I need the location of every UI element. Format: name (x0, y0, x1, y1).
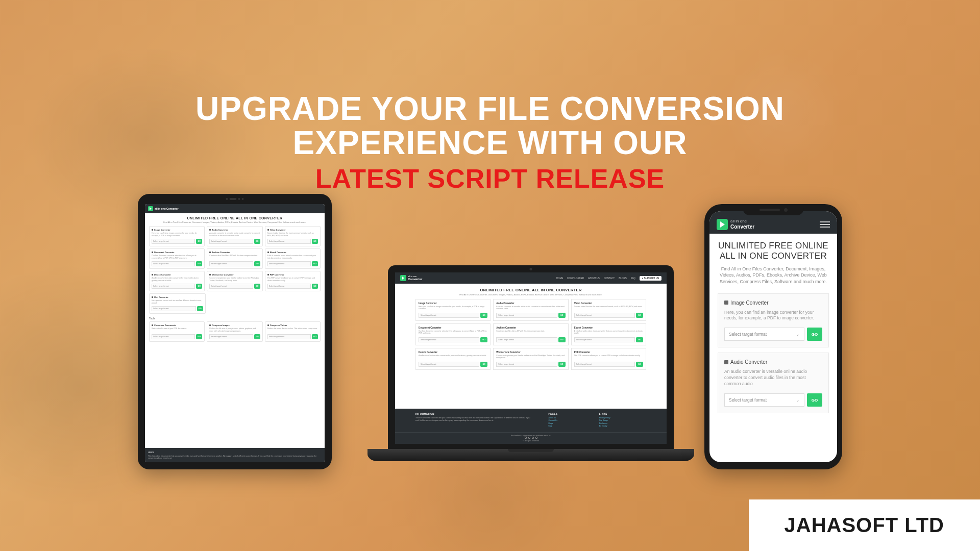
phone-device: all in oneConverter UNLIMITED FREE ONLIN… (704, 204, 842, 469)
card-image: Image Converter Here, you can find an im… (718, 293, 829, 348)
laptop-footer: INFORMATION This free online file conver… (395, 409, 667, 432)
card-compress-vid[interactable]: Compress VideosReduce the video file siz… (265, 321, 321, 342)
nav-faq[interactable]: FAQ (631, 277, 635, 280)
card-audio: Audio Converter An audio converter is ve… (718, 353, 829, 413)
headline-line1: UPGRADE YOUR FILE CONVERSION (133, 92, 847, 126)
laptop-device: all in oneConverter HOME DOWNLOADER ABOU… (368, 265, 694, 461)
nav-blogs[interactable]: BLOGS (619, 277, 627, 280)
nav-contact[interactable]: CONTACT (604, 277, 615, 280)
card-pdf[interactable]: PDF ConverterThis PDF converter allows y… (265, 271, 321, 291)
card-ebook[interactable]: Ebook ConverterA list of versatile onlin… (571, 323, 646, 345)
card-archive[interactable]: Archive ConverterCreate archive files li… (207, 248, 262, 269)
tablet-subtitle: Find All in One Files Converter, Documen… (149, 221, 321, 223)
card-video[interactable]: Video ConverterConvert video files into … (265, 226, 321, 246)
nav-home[interactable]: HOME (556, 277, 564, 280)
nav-downloader[interactable]: DOWNLOADER (567, 277, 584, 280)
card-video[interactable]: Video ConverterConvert video files into … (571, 299, 646, 321)
select-format[interactable]: Select target format (724, 328, 804, 341)
card-image[interactable]: Image ConverterHere, you can find an ima… (149, 226, 205, 246)
support-button[interactable]: ♥ SUPPORT US (640, 276, 662, 281)
tablet-device: all in one Converter UNLIMITED FREE ONLI… (138, 194, 332, 469)
card-device[interactable]: Device ConverterA collection of online v… (415, 348, 491, 370)
select-format[interactable]: Select target format (724, 393, 804, 407)
phone-subtitle: Find All in One Files Converter, Documen… (718, 266, 829, 285)
phone-title: UNLIMITED FREE ONLINE ALL IN ONE CONVERT… (718, 241, 829, 262)
card-document[interactable]: Document ConverterOur free document conv… (415, 323, 491, 345)
laptop-subtitle: Find All in One Files Converter, Documen… (415, 293, 646, 296)
card-device[interactable]: Device ConverterA collection of online v… (149, 271, 205, 291)
card-compress-doc[interactable]: Compress DocumentsReduce the file size o… (149, 321, 205, 342)
card-archive[interactable]: Archive ConverterCreate archive files li… (493, 323, 568, 345)
headline-line3: LATEST SCRIPT RELEASE (133, 163, 847, 194)
card-ebook[interactable]: Ebook ConverterA list of versatile onlin… (265, 248, 321, 269)
card-webservice[interactable]: Webservice ConverterConvert and optimize… (207, 271, 262, 291)
card-webservice[interactable]: Webservice ConverterConvert and optimize… (493, 348, 568, 370)
hamburger-icon[interactable] (820, 220, 830, 229)
tablet-header: all in one Converter (145, 204, 325, 213)
card-audio[interactable]: Audio ConverterAn audio converter is ver… (493, 299, 568, 321)
headline: UPGRADE YOUR FILE CONVERSION EXPERIENCE … (133, 92, 847, 194)
company-badge: JAHASOFT LTD (749, 499, 980, 551)
tablet-footer: LINKS This free online file converter le… (145, 448, 325, 462)
card-compress-img[interactable]: Compress ImagesReduce the file size of y… (207, 321, 262, 342)
play-logo-icon (148, 206, 153, 211)
laptop-title: UNLIMITED FREE ONLINE ALL IN ONE CONVERT… (415, 288, 646, 292)
go-button[interactable]: GO (807, 393, 822, 407)
headline-line2: EXPERIENCE WITH OUR (133, 126, 847, 160)
tablet-title: UNLIMITED FREE ONLINE ALL IN ONE CONVERT… (149, 216, 321, 220)
card-pdf[interactable]: PDF ConverterThis PDF converter allows y… (571, 348, 646, 370)
card-unit[interactable]: Unit ConverterHere you can convert unit … (149, 293, 206, 314)
laptop-header: all in oneConverter HOME DOWNLOADER ABOU… (395, 272, 667, 284)
card-audio[interactable]: Audio ConverterAn audio converter is ver… (207, 226, 262, 246)
go-button[interactable]: GO (807, 328, 822, 341)
play-logo-icon (400, 275, 406, 281)
card-image[interactable]: Image ConverterHere, you can find an ima… (415, 299, 491, 321)
card-document[interactable]: Document ConverterOur free document conv… (149, 248, 205, 269)
nav-about[interactable]: ABOUT US (588, 277, 600, 280)
play-logo-icon (717, 219, 728, 230)
